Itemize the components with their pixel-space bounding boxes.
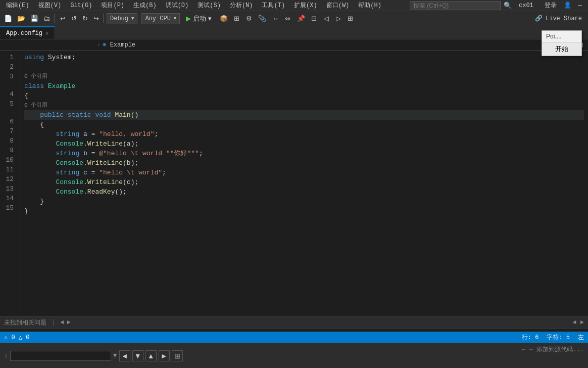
line-number: 2 — [4, 62, 14, 72]
code-area[interactable]: using System;0 个引用class Example{0 个引用 pu… — [20, 51, 588, 316]
tool-btn-9[interactable]: ◁ — [321, 14, 331, 23]
run-button[interactable]: ▶ ▶ 启动 启动 ▾ — [182, 13, 216, 24]
code-line: } — [24, 206, 584, 216]
menu-analyze[interactable]: 分析(N) — [226, 0, 257, 11]
code-line: string c = "hello \t world"; — [24, 168, 584, 177]
open-file-button[interactable]: 📂 — [15, 14, 27, 23]
tool-btn-10[interactable]: ▷ — [333, 14, 344, 23]
code-line: Console.WriteLine(a); — [24, 139, 584, 149]
user-icon: 👤 — [564, 2, 571, 9]
menu-edit[interactable]: 编辑(E) — [2, 0, 33, 11]
tool-btn-8[interactable]: ⊡ — [309, 14, 319, 23]
tool-btn-7[interactable]: 📌 — [295, 14, 307, 23]
new-file-button[interactable]: 📄 — [2, 14, 14, 23]
line-number: 3 — [4, 72, 14, 81]
menu-extensions[interactable]: 扩展(X) — [290, 0, 321, 11]
toolbar: 📄 📂 💾 🗂 ↩ ↺ ↻ ↪ Debug ▼ Any CPU ▼ ▶ ▶ 启动… — [0, 11, 588, 26]
tool-btn-4[interactable]: 📎 — [256, 14, 268, 23]
code-token: a — [79, 129, 87, 139]
line-number: 8 — [4, 136, 14, 146]
line-number: 1 — [4, 53, 14, 62]
config-dropdown[interactable]: Debug ▼ — [107, 13, 137, 24]
popup-text: Poi.... — [542, 31, 581, 42]
menu-git[interactable]: Git(G) — [66, 1, 96, 10]
scroll-right-icon[interactable]: ► — [580, 319, 584, 326]
code-token: c — [79, 168, 87, 177]
scroll-left-icon[interactable]: ◄ — [573, 319, 576, 326]
code-token: ; — [162, 168, 166, 177]
code-token: static — [64, 110, 91, 120]
redo2-button[interactable]: ↪ — [91, 14, 101, 23]
popup-start-button[interactable]: 开始 — [542, 42, 581, 56]
menu-debug[interactable]: 调试(D) — [162, 0, 193, 11]
menu-help[interactable]: 帮助(H) — [354, 0, 385, 11]
menu-test[interactable]: 测试(S) — [193, 0, 225, 11]
menu-view[interactable]: 视图(V) — [34, 0, 66, 11]
config-arrow-icon: ▼ — [131, 16, 134, 21]
menu-build[interactable]: 生成(B) — [129, 0, 161, 11]
code-line: string a = "hello, world"; — [24, 129, 584, 139]
undo-button[interactable]: ↩ — [58, 14, 68, 23]
breadcrumb-project[interactable]: ⊕ Example — [103, 41, 135, 49]
undo2-button[interactable]: ↺ — [69, 14, 79, 23]
code-token: void — [91, 110, 111, 120]
tool-btn-5[interactable]: ↔ — [270, 14, 281, 23]
file-tools: 📄 📂 💾 🗂 — [2, 14, 55, 23]
bottom-btn-5[interactable]: ⊞ — [172, 350, 183, 361]
code-token: { — [24, 120, 44, 129]
code-token: = — [87, 149, 99, 158]
line-number: 15 — [4, 203, 14, 213]
code-token: . — [83, 187, 87, 197]
code-token: using — [24, 53, 44, 62]
code-token: "hello, world" — [99, 129, 154, 139]
namespace-icon: ⊕ — [103, 41, 106, 49]
platform-dropdown[interactable]: Any CPU ▼ — [141, 13, 180, 24]
code-line: Console.WriteLine(c); — [24, 177, 584, 187]
code-token: class — [24, 81, 44, 91]
search-input[interactable] — [410, 1, 501, 10]
code-token: ; — [154, 129, 158, 139]
tool-btn-6[interactable]: ⇔ — [283, 14, 293, 23]
login-button[interactable]: 登录 — [541, 1, 561, 10]
config-label: Debug — [110, 15, 128, 22]
bottom-dropdown-arrow[interactable]: ▼ — [113, 352, 117, 359]
code-line — [24, 62, 584, 72]
bottom-colon: : — [4, 352, 8, 359]
tool-btn-3[interactable]: ⚙ — [244, 14, 254, 23]
live-share-icon: 🔗 — [535, 15, 543, 22]
code-line: Console.ReadKey(); — [24, 187, 584, 197]
user-id: cx01 — [515, 2, 537, 9]
tool-btn-1[interactable]: 📦 — [218, 14, 230, 23]
bottom-btn-2[interactable]: ▼ — [132, 350, 143, 361]
code-token: = — [87, 168, 99, 177]
save-button[interactable]: 💾 — [28, 14, 40, 23]
source-label-text: ← ← 添加到源代码... — [522, 346, 584, 353]
tab-app-config[interactable]: App.config ✕ — [0, 26, 55, 39]
code-line: string b = @"hello \t world ""你好"""; — [24, 149, 584, 158]
bottom-input[interactable] — [10, 351, 111, 361]
save-all-button[interactable]: 🗂 — [41, 14, 52, 23]
ref-line-number — [4, 81, 14, 89]
bottom-btn-4[interactable]: ► — [159, 350, 170, 361]
nav-left-icon[interactable]: ◄ — [60, 319, 64, 326]
menu-project[interactable]: 项目(P) — [97, 0, 128, 11]
tab-close-icon[interactable]: ✕ — [45, 30, 48, 36]
code-token: . — [83, 158, 87, 168]
code-token: @"hello \t world ""你好""" — [99, 149, 199, 158]
bottom-btn-3[interactable]: ▲ — [145, 350, 157, 361]
live-share-button[interactable]: 🔗 Live Share — [531, 14, 586, 23]
minimize-button[interactable]: — — [574, 2, 586, 9]
code-token: Console — [24, 177, 83, 187]
line-number: 13 — [4, 184, 14, 194]
tool-btn-2[interactable]: ⊞ — [232, 14, 242, 23]
menu-window[interactable]: 窗口(W) — [322, 0, 354, 11]
search-icon: 🔍 — [504, 2, 512, 10]
menu-tools[interactable]: 工具(T) — [258, 0, 289, 11]
status-encoding: 左 — [578, 333, 584, 342]
redo-button[interactable]: ↻ — [80, 14, 90, 23]
tool-btn-11[interactable]: ⊞ — [346, 14, 356, 23]
breadcrumb-project-label: Example — [110, 41, 135, 49]
nav-right-icon[interactable]: ► — [67, 319, 70, 326]
code-token: . — [83, 177, 87, 187]
bottom-btn-1[interactable]: ◄ — [119, 350, 130, 361]
